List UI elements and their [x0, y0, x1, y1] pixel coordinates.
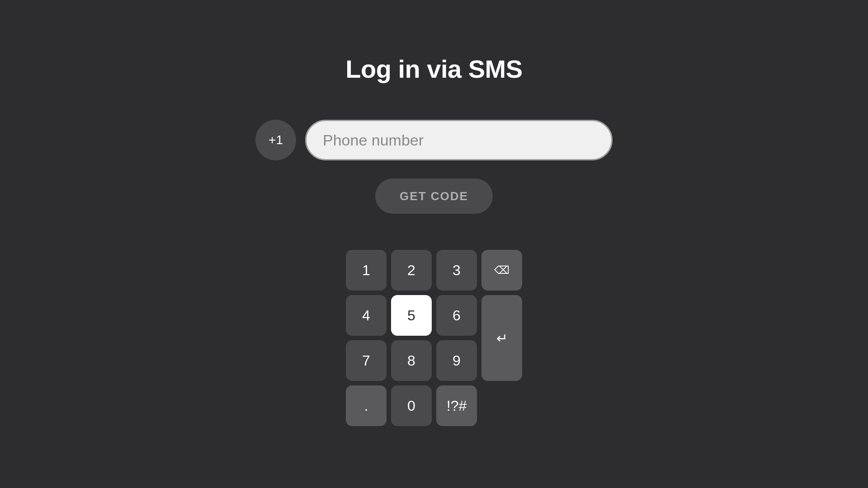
phone-input[interactable]: [323, 131, 595, 149]
numpad-key-6[interactable]: 6: [436, 295, 477, 336]
numpad-key-8[interactable]: 8: [391, 340, 432, 381]
numpad-key-1[interactable]: 1: [346, 250, 387, 291]
enter-icon: ↵: [496, 330, 508, 346]
numpad-key-0[interactable]: 0: [391, 385, 432, 426]
numpad-key-enter[interactable]: ↵: [481, 295, 522, 381]
numpad-key-7[interactable]: 7: [346, 340, 387, 381]
numpad-key-9[interactable]: 9: [436, 340, 477, 381]
numpad-key-2[interactable]: 2: [391, 250, 432, 291]
get-code-button[interactable]: GET CODE: [375, 178, 493, 214]
backspace-icon: ⌫: [494, 264, 509, 277]
numpad-key-5[interactable]: 5: [391, 295, 432, 336]
numpad: 1 2 3 ⌫ 4 5 6 ↵ 7 8 9 . 0 !?#: [346, 250, 522, 426]
page-title: Log in via SMS: [345, 54, 522, 84]
phone-input-wrapper: [305, 120, 613, 160]
numpad-key-backspace[interactable]: ⌫: [481, 250, 522, 291]
numpad-key-3[interactable]: 3: [436, 250, 477, 291]
numpad-key-symbols[interactable]: !?#: [436, 385, 477, 426]
country-code-button[interactable]: +1: [255, 120, 296, 160]
numpad-key-4[interactable]: 4: [346, 295, 387, 336]
input-row: +1: [255, 120, 613, 160]
numpad-key-dot[interactable]: .: [346, 385, 387, 426]
